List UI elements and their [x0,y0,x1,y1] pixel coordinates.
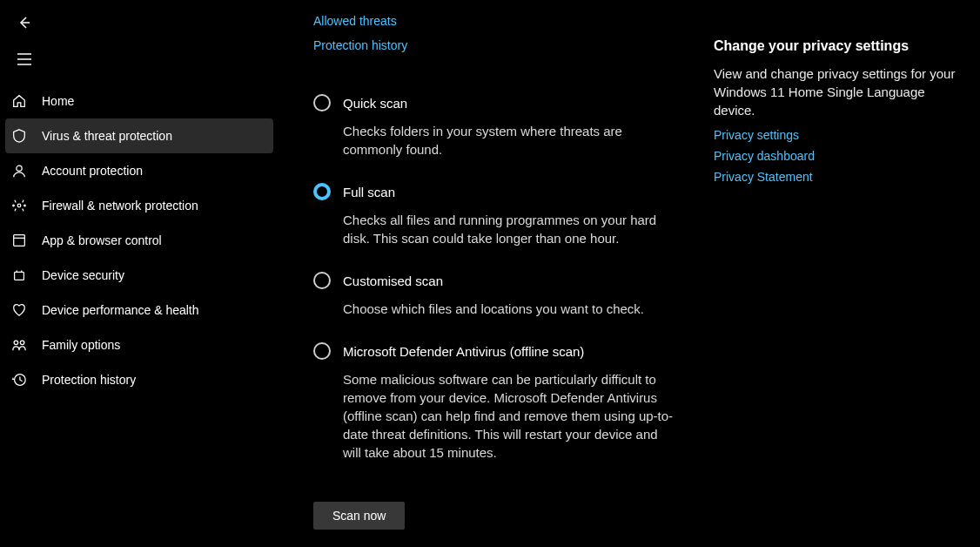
radio-head-full[interactable]: Full scan [313,183,679,200]
svg-rect-7 [15,272,24,280]
scan-now-button[interactable]: Scan now [313,502,405,530]
link-privacy-statement[interactable]: Privacy Statement [714,170,957,184]
nav-item-virus[interactable]: Virus & threat protection [5,118,273,153]
privacy-panel: Change your privacy settings View and ch… [714,14,957,547]
nav-item-firewall[interactable]: Firewall & network protection [0,188,279,223]
svg-point-4 [17,204,21,207]
nav-label: Device security [42,268,124,282]
radio-option-quick: Quick scan Checks folders in your system… [313,94,679,159]
shield-icon [10,127,28,145]
nav-list: Home Virus & threat protection Account p… [0,80,279,397]
svg-point-3 [17,165,22,171]
radio-head-quick[interactable]: Quick scan [313,94,679,111]
nav-item-performance[interactable]: Device performance & health [0,293,279,328]
app-root: Home Virus & threat protection Account p… [0,0,980,547]
center-column: Allowed threats Protection history Quick… [279,14,679,547]
main-content: Allowed threats Protection history Quick… [279,0,980,547]
radio-button[interactable] [313,272,331,289]
nav-label: Virus & threat protection [42,129,172,143]
hamburger-icon [17,53,31,65]
radio-button[interactable] [313,94,331,111]
hamburger-button[interactable] [10,45,38,73]
link-protection-history[interactable]: Protection history [313,38,679,52]
svg-rect-5 [14,235,25,246]
back-button[interactable] [10,9,38,37]
radio-description: Checks folders in your system where thre… [343,122,679,159]
radio-head-offline[interactable]: Microsoft Defender Antivirus (offline sc… [313,342,679,360]
nav-label: Account protection [42,164,143,178]
nav-label: Device performance & health [42,303,199,317]
home-icon [10,92,28,110]
app-icon [10,232,28,249]
nav-label: App & browser control [42,233,162,247]
radio-head-custom[interactable]: Customised scan [313,272,679,289]
sidebar: Home Virus & threat protection Account p… [0,0,279,547]
radio-option-full: Full scan Checks all files and running p… [313,183,679,247]
nav-item-device-security[interactable]: Device security [0,258,279,293]
link-privacy-dashboard[interactable]: Privacy dashboard [714,149,957,163]
radio-option-offline: Microsoft Defender Antivirus (offline sc… [313,342,679,462]
svg-point-10 [14,341,18,345]
network-icon [10,197,28,214]
heart-icon [10,301,28,319]
radio-label: Full scan [343,185,395,199]
nav-item-account[interactable]: Account protection [0,153,279,188]
title-bar [0,7,279,38]
radio-description: Checks all files and running programmes … [343,211,679,247]
radio-description: Choose which files and locations you wan… [343,300,679,318]
radio-button[interactable] [313,342,331,360]
radio-label: Customised scan [343,274,443,288]
nav-item-app-browser[interactable]: App & browser control [0,223,279,258]
nav-item-home[interactable]: Home [0,84,279,118]
history-icon [10,371,28,388]
link-allowed-threats[interactable]: Allowed threats [313,14,679,28]
nav-label: Home [42,94,74,108]
arrow-left-icon [17,16,31,30]
radio-label: Quick scan [343,96,407,111]
scan-options: Quick scan Checks folders in your system… [313,94,679,530]
nav-label: Protection history [42,373,136,387]
nav-item-family[interactable]: Family options [0,328,279,362]
radio-label: Microsoft Defender Antivirus (offline sc… [343,344,584,359]
privacy-description: View and change privacy settings for you… [714,64,957,119]
svg-point-11 [20,341,24,345]
nav-label: Family options [42,338,120,352]
nav-label: Firewall & network protection [42,199,198,213]
privacy-title: Change your privacy settings [714,38,957,54]
radio-description: Some malicious software can be particula… [343,370,679,462]
family-icon [10,336,28,354]
person-icon [10,162,28,179]
radio-option-custom: Customised scan Choose which files and l… [313,272,679,318]
link-privacy-settings[interactable]: Privacy settings [714,128,957,142]
chip-icon [10,267,28,284]
nav-item-protection-history[interactable]: Protection history [0,362,279,397]
radio-button[interactable] [313,183,331,200]
